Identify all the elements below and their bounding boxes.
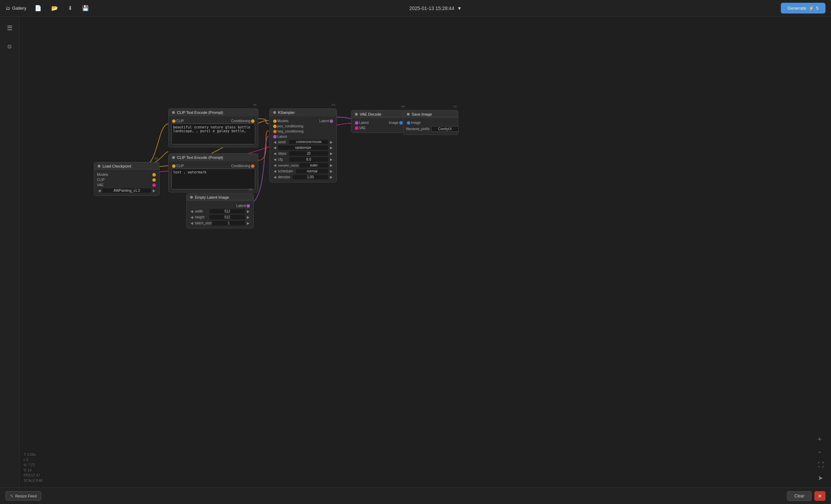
steps-next-btn[interactable]: ▶ (329, 152, 334, 155)
conditioning-1-label: Conditioning (231, 119, 250, 123)
denoise-row: ◀ denoise 1.00 ▶ (272, 174, 334, 180)
vae-output-row: VAE (97, 182, 157, 188)
topbar-left: 🗂 Gallery 📄 📂 ⬇ 💾 (6, 3, 90, 13)
denoise-next-btn[interactable]: ▶ (329, 175, 334, 179)
seed-prev-btn[interactable]: ◀ (272, 140, 277, 144)
node-id-9: #9 (453, 105, 457, 108)
save-image-title: Save Image (412, 112, 432, 116)
image-out-label: Image (389, 121, 399, 125)
denoise-prev-btn[interactable]: ◀ (272, 175, 277, 179)
ckpt-value: AWPainting_v1.3 (102, 188, 151, 193)
sampler-next-btn[interactable]: ▶ (329, 163, 334, 167)
latent-in-port (273, 135, 277, 138)
clip-2-in-port (172, 164, 176, 168)
open-folder-icon[interactable]: 📂 (50, 3, 60, 13)
zoom-out-button[interactable]: − (816, 447, 825, 457)
width-row: ◀ width 512 ▶ (189, 208, 251, 214)
ctrl-value: randomize (278, 145, 328, 150)
gallery-button[interactable]: 🗂 Gallery (6, 6, 26, 11)
close-button[interactable]: ✕ (814, 491, 825, 501)
resize-feed-button[interactable]: ⤡ Resize Feed (6, 491, 41, 501)
vae-port (152, 183, 156, 187)
load-checkpoint-header: Load Checkpoint (94, 162, 159, 170)
save-icon[interactable]: 💾 (81, 3, 90, 13)
new-file-icon[interactable]: 📄 (33, 3, 43, 13)
height-value: 512 (209, 215, 245, 219)
gallery-label: Gallery (12, 6, 26, 11)
load-checkpoint-title: Load Checkpoint (102, 164, 131, 168)
ksampler-body: Models Latent pos_conditioning neg_condi… (270, 116, 337, 182)
clip-port (152, 178, 156, 182)
vae-in-row: VAE (354, 125, 403, 130)
cfg-prev-btn[interactable]: ◀ (272, 158, 277, 161)
latent-out-port (247, 204, 250, 208)
models-label: Models (97, 173, 108, 177)
ctrl-next-btn[interactable]: ▶ (329, 146, 334, 150)
generate-button[interactable]: Generate ⚡ 5 (781, 3, 825, 14)
height-row: ◀ height 512 ▶ (189, 214, 251, 220)
ckpt-prev-btn[interactable]: ◀ (97, 189, 102, 192)
clip-encode-2-textarea[interactable]: text , watermark (171, 169, 255, 189)
ckpt-next-btn[interactable]: ▶ (152, 189, 157, 192)
steps-prev-btn[interactable]: ◀ (272, 152, 277, 155)
filename-label: filename_prefix (406, 127, 430, 131)
batch-next-btn[interactable]: ▶ (246, 221, 251, 225)
clip-1-in-port (172, 119, 176, 123)
seed-next-btn[interactable]: ▶ (329, 140, 334, 144)
image-out-port (399, 121, 403, 125)
sched-value: normal (296, 169, 328, 173)
cfg-label: cfg (278, 158, 288, 161)
sidebar-nodes-icon[interactable]: ⎊ (6, 41, 14, 52)
node-id-5: #5 (249, 188, 252, 191)
navigate-button[interactable]: ➤ (816, 473, 825, 483)
sampler-prev-btn[interactable]: ◀ (272, 163, 277, 167)
latent-vae-label: Latent (359, 121, 369, 125)
stat-scale: SCALE:0.66 (24, 478, 43, 483)
vae-label: VAE (97, 183, 104, 187)
clip-encode-1-textarea[interactable]: beautiful scenery nature glass bottle la… (171, 124, 255, 144)
sampler-value: euler (300, 163, 328, 168)
clip-encode-1-header: CLIP Text Encode (Prompt) (169, 109, 258, 116)
width-prev-btn[interactable]: ◀ (189, 209, 194, 213)
close-icon: ✕ (818, 493, 822, 499)
node-id-6: #6 (253, 103, 257, 107)
zoom-in-button[interactable]: + (816, 434, 825, 444)
batch-value: 1 (212, 221, 245, 225)
latent-vae-row: Latent Image (354, 120, 403, 125)
fit-view-button[interactable]: ⛶ (816, 460, 825, 470)
width-next-btn[interactable]: ▶ (246, 209, 251, 213)
image-in-row: Image (406, 120, 455, 125)
download-icon[interactable]: ⬇ (66, 3, 74, 13)
empty-latent-title: Empty Latent Image (195, 195, 229, 199)
canvas-area: #4 Load Checkpoint Models CLIP VAE ◀ AWP… (19, 17, 831, 504)
cfg-row: ◀ cfg 8.0 ▶ (272, 156, 334, 162)
batch-prev-btn[interactable]: ◀ (189, 221, 194, 225)
models-in-label: Models (277, 119, 288, 123)
seed-label: seed (278, 140, 288, 144)
node-id-4: #4 (154, 157, 158, 160)
scheduler-row: ◀ scheduler normal ▶ (272, 168, 334, 174)
stat-n: N: 7 [7] (24, 462, 43, 468)
empty-latent-node: #5 Empty Latent Image Latent ◀ width 512… (186, 193, 254, 228)
sched-next-btn[interactable]: ▶ (329, 169, 334, 173)
height-next-btn[interactable]: ▶ (246, 215, 251, 219)
latent-out-label: Latent (236, 204, 246, 208)
batch-label: batch_size (195, 221, 212, 225)
conditioning-2-label: Conditioning (231, 164, 250, 168)
dropdown-icon[interactable]: ▼ (457, 6, 462, 11)
stat-i: I: 0 (24, 457, 43, 462)
steps-value: 20 (289, 151, 328, 156)
cfg-next-btn[interactable]: ▶ (329, 158, 334, 161)
denoise-value: 1.00 (293, 175, 328, 179)
ksampler-node: #3 KSampler Models Latent pos_conditioni… (269, 108, 337, 182)
ksampler-header: KSampler (270, 109, 337, 116)
clear-button[interactable]: Clear (787, 491, 812, 501)
save-image-node: #9 Save Image Image filename_prefix Comf… (403, 110, 458, 135)
ctrl-prev-btn[interactable]: ◀ (272, 146, 277, 150)
sidebar-menu-icon[interactable]: ☰ (5, 22, 15, 34)
height-prev-btn[interactable]: ◀ (189, 215, 194, 219)
sched-prev-btn[interactable]: ◀ (272, 169, 277, 173)
clip-2-row: CLIP Conditioning (171, 163, 255, 169)
conditioning-2-port (251, 164, 254, 168)
steps-row: ◀ steps 20 ▶ (272, 151, 334, 156)
